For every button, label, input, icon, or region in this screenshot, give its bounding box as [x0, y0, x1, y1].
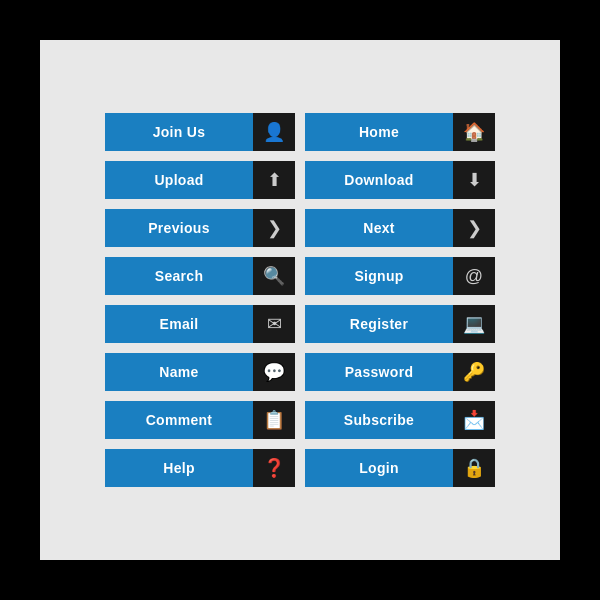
password-label: Password [305, 353, 453, 391]
email-icon: ✉ [253, 305, 295, 343]
search-icon: 🔍 [253, 257, 295, 295]
password-button[interactable]: Password🔑 [305, 353, 495, 391]
download-button[interactable]: Download⬇ [305, 161, 495, 199]
email-label: Email [105, 305, 253, 343]
join-us-label: Join Us [105, 113, 253, 151]
email-button[interactable]: Email✉ [105, 305, 295, 343]
comment-button[interactable]: Comment📋 [105, 401, 295, 439]
button-grid: Join Us👤Home🏠Upload⬆Download⬇Previous❯Ne… [85, 93, 515, 507]
join-us-icon: 👤 [253, 113, 295, 151]
previous-label: Previous [105, 209, 253, 247]
register-icon: 💻 [453, 305, 495, 343]
next-button[interactable]: Next❯ [305, 209, 495, 247]
help-button[interactable]: Help❓ [105, 449, 295, 487]
next-label: Next [305, 209, 453, 247]
password-icon: 🔑 [453, 353, 495, 391]
login-icon: 🔒 [453, 449, 495, 487]
search-button[interactable]: Search🔍 [105, 257, 295, 295]
home-button[interactable]: Home🏠 [305, 113, 495, 151]
signup-label: Signup [305, 257, 453, 295]
previous-icon: ❯ [253, 209, 295, 247]
download-icon: ⬇ [453, 161, 495, 199]
subscribe-label: Subscribe [305, 401, 453, 439]
next-icon: ❯ [453, 209, 495, 247]
join-us-button[interactable]: Join Us👤 [105, 113, 295, 151]
name-label: Name [105, 353, 253, 391]
signup-icon: @ [453, 257, 495, 295]
comment-label: Comment [105, 401, 253, 439]
main-frame: Join Us👤Home🏠Upload⬆Download⬇Previous❯Ne… [40, 40, 560, 560]
help-icon: ❓ [253, 449, 295, 487]
name-button[interactable]: Name💬 [105, 353, 295, 391]
previous-button[interactable]: Previous❯ [105, 209, 295, 247]
search-label: Search [105, 257, 253, 295]
home-label: Home [305, 113, 453, 151]
upload-label: Upload [105, 161, 253, 199]
upload-button[interactable]: Upload⬆ [105, 161, 295, 199]
home-icon: 🏠 [453, 113, 495, 151]
subscribe-button[interactable]: Subscribe📩 [305, 401, 495, 439]
name-icon: 💬 [253, 353, 295, 391]
upload-icon: ⬆ [253, 161, 295, 199]
help-label: Help [105, 449, 253, 487]
download-label: Download [305, 161, 453, 199]
comment-icon: 📋 [253, 401, 295, 439]
signup-button[interactable]: Signup@ [305, 257, 495, 295]
login-button[interactable]: Login🔒 [305, 449, 495, 487]
login-label: Login [305, 449, 453, 487]
register-button[interactable]: Register💻 [305, 305, 495, 343]
register-label: Register [305, 305, 453, 343]
subscribe-icon: 📩 [453, 401, 495, 439]
